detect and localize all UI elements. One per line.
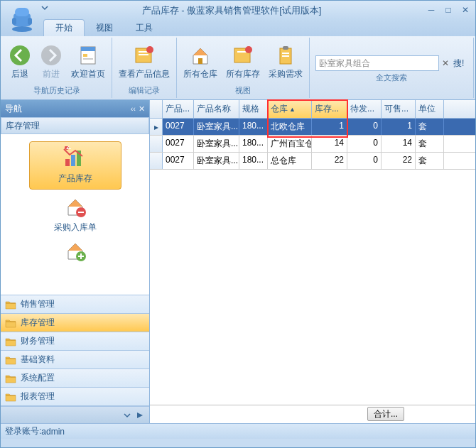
close-button[interactable]: ✕ [458, 5, 472, 16]
sum-button[interactable]: 合计... [367, 407, 404, 421]
main-area: 导航 ‹‹ ✕ 库存管理 Σ 产品库存 采购入库单 销售管理库存管理财务管理基础… [1, 100, 475, 423]
table-cell: 北欧仓库 [268, 119, 312, 135]
table-cell: 套 [416, 136, 444, 152]
nav-panel: 导航 ‹‹ ✕ 库存管理 Σ 产品库存 采购入库单 销售管理库存管理财务管理基础… [1, 100, 150, 423]
svg-rect-24 [71, 155, 75, 166]
svg-rect-8 [81, 47, 95, 51]
row-indicator: ▸ [150, 119, 163, 135]
all-warehouse-button[interactable]: 所有仓库 [180, 42, 221, 82]
nav-item[interactable]: 销售管理 [1, 295, 149, 314]
window-controls: ─ □ ✕ [424, 5, 472, 16]
row-indicator [150, 136, 163, 152]
svg-point-0 [12, 26, 32, 32]
nav-chevron-icon[interactable] [135, 410, 145, 420]
column-header[interactable]: 产品名称 [194, 100, 239, 118]
maximize-button[interactable]: □ [441, 5, 455, 16]
column-header[interactable]: 仓库▲ [268, 100, 312, 118]
table-row[interactable]: 0027卧室家具...180...总仓库22022套 [150, 153, 475, 170]
product-info-button[interactable]: 查看产品信息 [115, 42, 173, 82]
table-cell: 0027 [163, 153, 194, 169]
column-header[interactable]: 单位 [416, 100, 444, 118]
table-cell: 总仓库 [268, 153, 312, 169]
forward-icon [40, 44, 63, 67]
svg-point-14 [146, 46, 153, 53]
purchase-demand-button[interactable]: 采购需求 [265, 42, 306, 82]
grid-area: 产品...产品名称规格仓库▲库存...待发...可售...单位 ▸0027卧室家… [150, 100, 475, 423]
folder-icon [5, 373, 16, 383]
house-minus-icon [63, 195, 88, 218]
row-indicator [150, 153, 163, 169]
app-logo-icon [5, 1, 39, 35]
svg-rect-4 [28, 18, 32, 25]
nav-item[interactable]: 库存管理 [1, 314, 149, 332]
stock-chart-icon: Σ [63, 146, 88, 169]
svg-rect-9 [83, 54, 87, 57]
table-cell: 卧室家具... [194, 136, 239, 152]
svg-point-6 [41, 45, 61, 65]
forward-button[interactable]: 前进 [36, 42, 66, 82]
svg-point-5 [10, 45, 30, 65]
nav-config-icon[interactable] [122, 410, 132, 420]
nav-close-icon[interactable]: ✕ [139, 104, 145, 114]
table-row[interactable]: ▸0027卧室家具...180...北欧仓库101套 [150, 119, 475, 136]
table-cell: 14 [312, 136, 347, 152]
back-button[interactable]: 后退 [5, 42, 35, 82]
tab-home[interactable]: 开始 [43, 19, 85, 36]
svg-rect-3 [12, 18, 16, 25]
minimize-button[interactable]: ─ [424, 5, 438, 16]
search-input[interactable] [315, 55, 439, 71]
table-cell: 180... [239, 153, 268, 169]
table-cell: 0 [347, 119, 382, 135]
nav-item[interactable]: 财务管理 [1, 332, 149, 351]
svg-text:Σ: Σ [66, 146, 71, 151]
nav-collapse-icon[interactable]: ‹‹ [131, 104, 136, 114]
product-info-icon [133, 44, 156, 67]
table-cell: 22 [382, 153, 416, 169]
row-indicator-header [150, 100, 163, 118]
home-page-icon [77, 44, 99, 67]
nav-big-purchase-in[interactable]: 采购入库单 [54, 195, 97, 234]
ribbon-group-edit: 查看产品信息 编辑记录 [112, 38, 177, 98]
status-account-label: 登录账号: [5, 425, 41, 437]
svg-rect-13 [139, 54, 148, 55]
svg-rect-20 [283, 46, 288, 50]
table-row[interactable]: 0027卧室家具...180...广州百宝仓14014套 [150, 136, 475, 153]
column-header[interactable]: 库存... [312, 100, 347, 118]
nav-item-label: 库存管理 [21, 317, 55, 329]
tab-view[interactable]: 视图 [85, 20, 124, 36]
search-button[interactable]: 搜! [453, 58, 470, 70]
column-header[interactable]: 产品... [163, 100, 194, 118]
table-cell: 22 [312, 153, 347, 169]
nav-item[interactable]: 报表管理 [1, 388, 149, 406]
nav-item-label: 财务管理 [21, 335, 55, 347]
nav-big-add[interactable] [63, 239, 88, 264]
grid-body[interactable]: ▸0027卧室家具...180...北欧仓库101套0027卧室家具...180… [150, 119, 475, 405]
titlebar: 产品库存 - 傲蓝家具销售管理软件[试用版本] ─ □ ✕ [1, 1, 475, 21]
search-clear-icon[interactable]: ✕ [442, 58, 453, 68]
stock-icon [232, 44, 254, 67]
table-cell: 180... [239, 119, 268, 135]
nav-section-header[interactable]: 库存管理 [1, 117, 149, 134]
svg-rect-32 [80, 253, 82, 259]
table-cell: 0 [347, 136, 382, 152]
tab-tools[interactable]: 工具 [124, 20, 164, 36]
nav-big-stock[interactable]: Σ 产品库存 [29, 141, 121, 190]
window-title: 产品库存 - 傲蓝家具销售管理软件[试用版本] [39, 4, 424, 17]
svg-rect-23 [65, 159, 70, 166]
sort-asc-icon: ▲ [289, 106, 296, 113]
ribbon-group-view: 所有仓库 所有库存 采购需求 视图 [177, 38, 310, 98]
nav-item-label: 系统配置 [21, 372, 55, 384]
column-header[interactable]: 规格 [239, 100, 268, 118]
column-header[interactable]: 可售... [382, 100, 416, 118]
qa-dropdown-icon[interactable] [40, 3, 50, 13]
status-account: admin [41, 427, 65, 437]
nav-item[interactable]: 系统配置 [1, 369, 149, 388]
column-header[interactable]: 待发... [347, 100, 382, 118]
nav-items: 销售管理库存管理财务管理基础资料系统配置报表管理 [1, 295, 149, 406]
welcome-button[interactable]: 欢迎首页 [67, 42, 109, 82]
all-stock-button[interactable]: 所有库存 [222, 42, 264, 82]
nav-item[interactable]: 基础资料 [1, 351, 149, 369]
table-cell: 套 [416, 153, 444, 169]
back-icon [9, 44, 31, 67]
svg-rect-29 [78, 212, 84, 213]
